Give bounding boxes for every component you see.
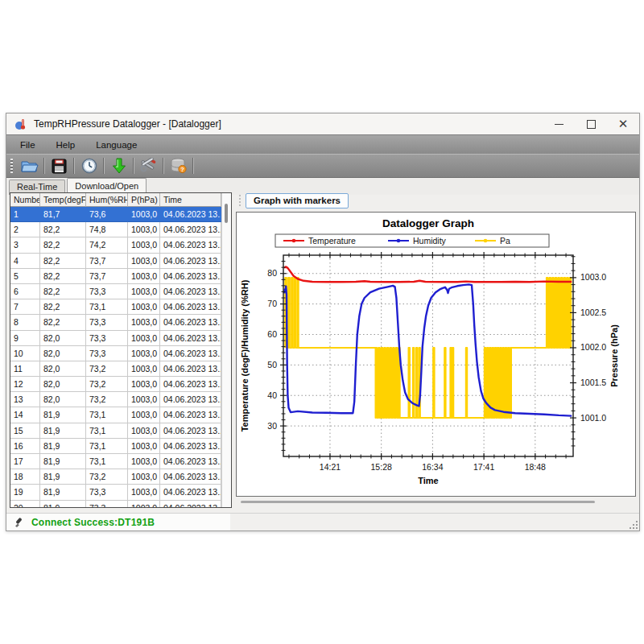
resize-grip[interactable] bbox=[630, 521, 638, 529]
toolbar-separator bbox=[192, 158, 194, 174]
window-controls: ✕ bbox=[543, 114, 639, 134]
graph-with-markers-button[interactable]: Graph with markers bbox=[246, 193, 349, 208]
table-row[interactable]: 1581,973,11003,004.06.2023 13... bbox=[10, 423, 221, 439]
table-cell: 04.06.2023 13... bbox=[160, 222, 221, 237]
svg-text:18:48: 18:48 bbox=[525, 462, 546, 472]
table-cell: 3 bbox=[10, 237, 40, 253]
table-row[interactable]: 682,273,31003,004.06.2023 13... bbox=[10, 284, 221, 299]
svg-text:Datalogger Graph: Datalogger Graph bbox=[382, 217, 474, 229]
table-cell: 73,1 bbox=[86, 454, 128, 469]
table-row[interactable]: 1781,973,11003,004.06.2023 13... bbox=[10, 454, 221, 469]
table-cell: 1003,0 bbox=[128, 299, 160, 315]
svg-text:Temperature (degF)/Humidity (%: Temperature (degF)/Humidity (%RH) bbox=[240, 279, 250, 431]
table-cell: 81,9 bbox=[40, 439, 86, 454]
status-message: Connect Success:DT191B bbox=[31, 517, 155, 528]
graph-panel: Datalogger GraphTemperatureHumidityPa14:… bbox=[236, 212, 636, 497]
settings-button[interactable] bbox=[136, 156, 161, 176]
table-cell: 73,1 bbox=[86, 407, 128, 423]
table-row[interactable]: 382,274,21003,004.06.2023 13... bbox=[10, 237, 221, 253]
tools-icon bbox=[140, 158, 158, 174]
table-row[interactable]: 1481,973,11003,004.06.2023 13... bbox=[10, 407, 221, 423]
column-header[interactable]: Temp(degF) bbox=[40, 193, 86, 207]
save-button[interactable] bbox=[47, 156, 72, 176]
table-cell: 04.06.2023 13... bbox=[160, 485, 221, 500]
table-cell: 04.06.2023 13... bbox=[160, 299, 221, 315]
table-cell: 04.06.2023 13... bbox=[160, 269, 221, 284]
download-button[interactable] bbox=[106, 156, 131, 176]
table-cell: 81,9 bbox=[40, 485, 86, 500]
table-cell: 73,2 bbox=[86, 392, 128, 407]
graph-gripper[interactable] bbox=[238, 195, 242, 208]
column-header[interactable]: P(hPa) bbox=[128, 193, 160, 207]
table-row[interactable]: 1182,073,21003,004.06.2023 13... bbox=[10, 361, 221, 377]
scrollbar-thumb[interactable] bbox=[225, 204, 228, 223]
toolbar: ? bbox=[6, 154, 639, 178]
table-body: NumberTemp(degF)Hum(%RH)P(hPa)Time 181,7… bbox=[10, 193, 221, 507]
desktop: { "window": { "title": "TempRHPressure D… bbox=[0, 0, 644, 644]
table-row[interactable]: 2081,973,31003,004.06.2023 13... bbox=[10, 501, 221, 507]
svg-text:16:34: 16:34 bbox=[422, 462, 443, 472]
table-cell: 73,7 bbox=[86, 269, 128, 284]
table-cell: 82,0 bbox=[40, 346, 86, 361]
app-icon bbox=[14, 118, 27, 130]
history-button[interactable] bbox=[76, 156, 101, 176]
table-cell: 73,6 bbox=[86, 207, 128, 222]
svg-text:1001.0: 1001.0 bbox=[580, 413, 606, 423]
table-cell: 1003,0 bbox=[128, 361, 160, 377]
table-cell: 1003,0 bbox=[128, 269, 160, 284]
maximize-icon[interactable] bbox=[575, 114, 607, 134]
table-cell: 73,7 bbox=[86, 254, 128, 269]
toolbar-separator bbox=[133, 158, 134, 174]
open-file-button[interactable] bbox=[17, 156, 42, 176]
table-cell: 82,0 bbox=[40, 331, 86, 346]
table-cell: 15 bbox=[10, 423, 40, 439]
app-window: TempRHPressure Datalogger - [Datalogger]… bbox=[6, 113, 640, 531]
table-row[interactable]: 1881,973,21003,004.06.2023 13... bbox=[10, 469, 221, 485]
table-cell: 5 bbox=[10, 269, 40, 284]
table-cell: 19 bbox=[10, 485, 40, 500]
table-row[interactable]: 782,273,11003,004.06.2023 13... bbox=[10, 299, 221, 315]
toolbar-gripper[interactable] bbox=[10, 159, 14, 173]
svg-text:70: 70 bbox=[267, 299, 277, 308]
table-scrollbar[interactable] bbox=[221, 193, 231, 507]
column-header[interactable]: Number bbox=[10, 193, 40, 207]
menu-item-file[interactable]: File bbox=[18, 138, 38, 151]
menu-item-help[interactable]: Help bbox=[54, 138, 78, 151]
table-cell: 04.06.2023 13... bbox=[160, 377, 221, 392]
menu-item-language[interactable]: Language bbox=[93, 138, 139, 151]
table-row[interactable]: 882,273,31003,004.06.2023 13... bbox=[10, 315, 221, 330]
minimize-icon[interactable] bbox=[543, 114, 575, 134]
table-row[interactable]: 1681,973,11003,004.06.2023 13... bbox=[10, 439, 221, 454]
table-cell: 04.06.2023 13... bbox=[160, 407, 221, 423]
column-header[interactable]: Time bbox=[160, 193, 221, 207]
column-header[interactable]: Hum(%RH) bbox=[86, 193, 128, 207]
table-cell: 14 bbox=[10, 407, 40, 423]
table-cell: 1003,0 bbox=[128, 501, 160, 507]
table-row[interactable]: 1082,073,31003,004.06.2023 13... bbox=[10, 346, 221, 361]
table-row[interactable]: 1382,073,21003,004.06.2023 13... bbox=[10, 392, 221, 407]
table-cell: 04.06.2023 13... bbox=[160, 254, 221, 269]
table-cell: 1003,0 bbox=[128, 237, 160, 253]
svg-text:40: 40 bbox=[267, 390, 277, 400]
table-cell: 04.06.2023 13... bbox=[160, 207, 221, 222]
table-row[interactable]: 482,273,71003,004.06.2023 13... bbox=[10, 254, 221, 269]
table-row[interactable]: 982,073,31003,004.06.2023 13... bbox=[10, 331, 221, 346]
table-cell: 17 bbox=[10, 454, 40, 469]
table-row[interactable]: 1981,973,31003,004.06.2023 13... bbox=[10, 485, 221, 500]
table-cell: 82,2 bbox=[40, 269, 86, 284]
table-cell: 82,2 bbox=[40, 315, 86, 330]
svg-text:1003.0: 1003.0 bbox=[580, 272, 606, 282]
clock-icon bbox=[81, 158, 97, 174]
table-row[interactable]: 181,773,61003,004.06.2023 13... bbox=[10, 207, 221, 222]
close-icon[interactable]: ✕ bbox=[607, 114, 639, 134]
table-cell: 9 bbox=[10, 331, 40, 346]
table-cell: 74,8 bbox=[86, 222, 128, 237]
table-row[interactable]: 282,274,81003,004.06.2023 13... bbox=[10, 222, 221, 237]
device-info-button[interactable]: ? bbox=[166, 156, 191, 176]
connector-icon bbox=[14, 517, 24, 527]
table-cell: 1003,0 bbox=[128, 377, 160, 392]
table-row[interactable]: 1282,073,21003,004.06.2023 13... bbox=[10, 377, 221, 392]
horizontal-scrollbar[interactable] bbox=[241, 501, 595, 503]
svg-text:1002.0: 1002.0 bbox=[580, 342, 606, 352]
table-row[interactable]: 582,273,71003,004.06.2023 13... bbox=[10, 269, 221, 284]
